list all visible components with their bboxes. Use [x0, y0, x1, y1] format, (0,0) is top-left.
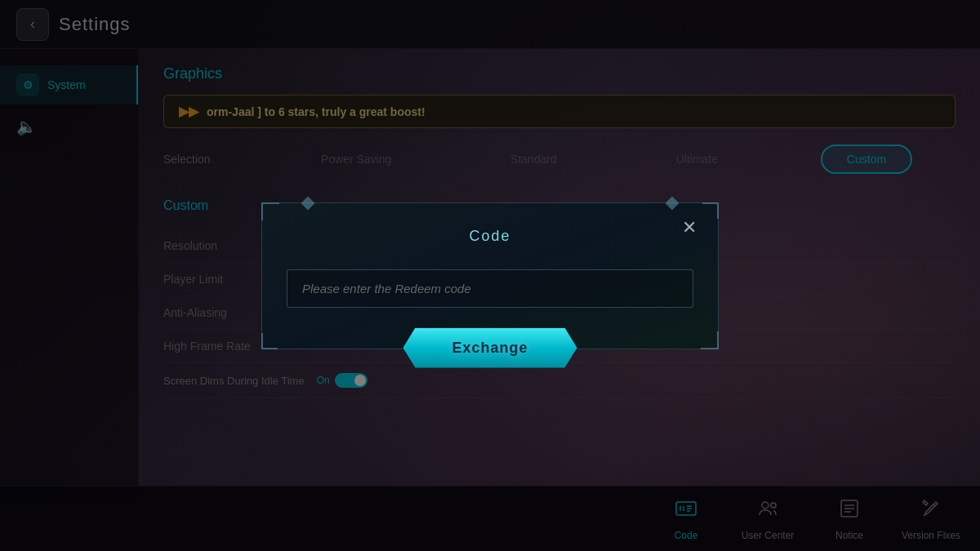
redeem-input-wrapper — [287, 269, 693, 308]
modal-title: Code — [287, 228, 693, 245]
exchange-button-wrapper: Exchange — [403, 328, 577, 368]
modal-close-button[interactable]: ✕ — [677, 216, 702, 240]
modal-diamond-right — [666, 196, 679, 210]
exchange-button[interactable]: Exchange — [403, 328, 577, 368]
modal-overlay: Code ✕ Exchange — [0, 0, 980, 551]
redeem-code-input[interactable] — [289, 272, 691, 305]
modal-corner-tr — [702, 202, 719, 219]
code-modal: Code ✕ Exchange — [261, 202, 719, 349]
modal-diamond-left — [301, 196, 315, 210]
modal-corner-bl — [261, 333, 278, 349]
